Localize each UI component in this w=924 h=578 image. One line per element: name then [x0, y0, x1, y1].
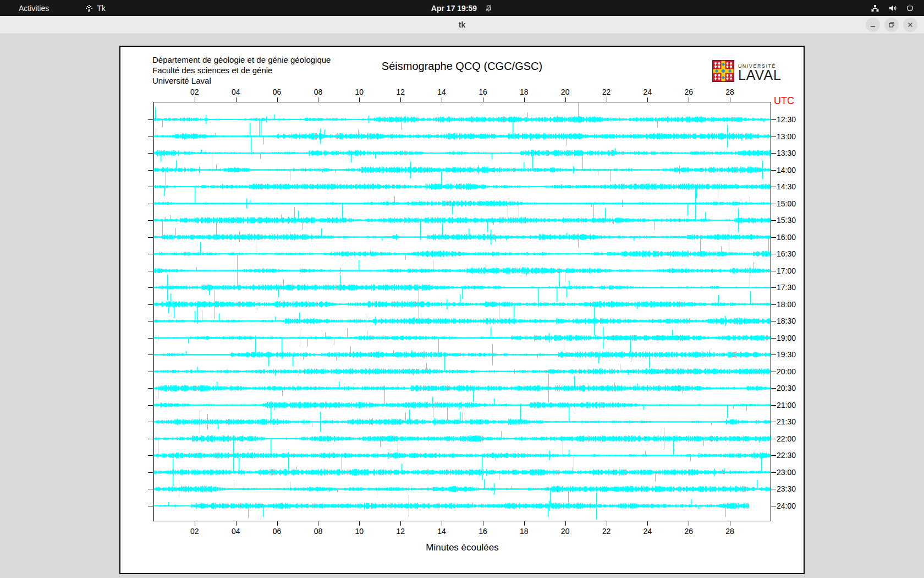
gnome-top-bar: Activities Tk Apr 17 19:59: [0, 0, 924, 16]
x-tick-top: [483, 97, 483, 102]
x-tick-top: [689, 97, 689, 102]
x-tick-top: [236, 97, 237, 102]
clock-menu[interactable]: Apr 17 19:59: [431, 4, 493, 13]
row-tick-right: [771, 220, 776, 221]
focused-app-indicator[interactable]: Tk: [85, 4, 106, 13]
x-tick-top: [607, 97, 607, 102]
row-tick-left: [148, 388, 153, 389]
x-tick-label-bottom: 02: [190, 527, 199, 536]
x-tick-label-top: 06: [273, 88, 282, 96]
row-tick-left: [148, 153, 153, 154]
row-time-label: 13:30: [777, 149, 796, 157]
row-tick-right: [771, 405, 776, 406]
x-tick-bottom: [730, 521, 730, 526]
x-tick-label-bottom: 22: [602, 527, 611, 536]
x-tick-bottom: [442, 521, 442, 526]
row-time-label: 17:00: [777, 266, 796, 275]
notifications-off-icon: [485, 4, 493, 12]
row-tick-right: [771, 153, 776, 154]
x-tick-top: [524, 97, 525, 102]
row-time-label: 21:30: [777, 417, 796, 426]
row-tick-right: [771, 137, 776, 137]
minimize-button[interactable]: [866, 18, 880, 32]
volume-icon: [888, 4, 897, 13]
x-tick-label-top: 18: [520, 88, 529, 96]
x-tick-bottom: [195, 521, 195, 526]
x-tick-bottom: [359, 521, 360, 526]
maximize-button[interactable]: [884, 18, 899, 32]
x-tick-label-top: 14: [437, 88, 446, 96]
row-tick-right: [771, 119, 776, 120]
row-time-label: 22:00: [777, 434, 796, 443]
x-tick-label-bottom: 28: [725, 527, 734, 536]
row-tick-left: [148, 472, 153, 473]
x-tick-label-top: 08: [314, 88, 323, 96]
x-tick-top: [400, 97, 401, 102]
row-time-label: 15:30: [777, 216, 796, 225]
x-tick-label-bottom: 26: [684, 527, 693, 536]
row-tick-right: [771, 321, 776, 321]
row-tick-right: [771, 271, 776, 271]
row-tick-right: [771, 237, 776, 238]
x-tick-label-bottom: 14: [437, 527, 446, 536]
row-tick-left: [148, 204, 153, 204]
row-tick-left: [148, 254, 153, 254]
row-tick-left: [148, 220, 153, 221]
universite-laval-logo: UNIVERSITÉ LAVAL: [712, 60, 782, 84]
x-tick-label-top: 10: [355, 88, 364, 96]
x-axis-title: Minutes écoulées: [153, 542, 771, 553]
focused-app-name: Tk: [97, 4, 106, 13]
row-tick-left: [148, 455, 153, 456]
x-tick-bottom: [565, 521, 566, 526]
x-tick-label-top: 28: [725, 88, 734, 96]
row-tick-left: [148, 355, 153, 355]
row-tick-left: [148, 119, 153, 120]
close-icon[interactable]: [903, 18, 917, 32]
x-tick-label-top: 04: [232, 88, 240, 96]
row-tick-right: [771, 388, 776, 389]
x-tick-top: [277, 97, 278, 102]
row-time-label: 12:30: [777, 115, 796, 124]
helicorder-plot: UTC Minutes écoulées 0202040406060808101…: [153, 102, 771, 521]
row-tick-right: [771, 338, 776, 339]
row-time-label: 19:00: [777, 334, 796, 342]
row-time-label: 13:00: [777, 132, 796, 141]
x-tick-top: [565, 97, 566, 102]
row-time-label: 24:00: [777, 501, 796, 510]
plot-border: [153, 102, 771, 521]
clock-text: Apr 17 19:59: [431, 4, 477, 13]
x-tick-top: [318, 97, 318, 102]
system-tray[interactable]: [871, 4, 914, 13]
row-time-label: 14:00: [777, 166, 796, 175]
x-tick-label-bottom: 04: [232, 527, 240, 536]
x-tick-label-bottom: 12: [396, 527, 405, 536]
activities-button[interactable]: Activities: [15, 3, 52, 14]
row-tick-right: [771, 304, 776, 305]
row-tick-right: [771, 506, 776, 506]
x-tick-top: [442, 97, 442, 102]
x-tick-top: [195, 97, 195, 102]
x-tick-label-bottom: 10: [355, 527, 364, 536]
x-tick-bottom: [318, 521, 318, 526]
row-tick-right: [771, 455, 776, 456]
power-icon: [906, 4, 914, 12]
row-time-label: 21:00: [777, 401, 796, 410]
row-tick-right: [771, 170, 776, 171]
x-tick-label-top: 12: [396, 88, 405, 96]
x-tick-bottom: [483, 521, 483, 526]
row-time-label: 23:00: [777, 468, 796, 477]
row-tick-left: [148, 271, 153, 271]
row-tick-left: [148, 372, 153, 372]
row-tick-right: [771, 254, 776, 254]
window-titlebar[interactable]: tk: [0, 16, 924, 34]
x-tick-bottom: [647, 521, 648, 526]
row-tick-left: [148, 422, 153, 422]
row-time-label: 22:30: [777, 451, 796, 460]
x-tick-top: [730, 97, 730, 102]
x-tick-bottom: [236, 521, 237, 526]
x-tick-bottom: [689, 521, 689, 526]
row-time-label: 16:00: [777, 233, 796, 242]
row-tick-right: [771, 287, 776, 288]
logo-laval-text: LAVAL: [738, 69, 782, 81]
x-tick-label-bottom: 18: [520, 527, 529, 536]
